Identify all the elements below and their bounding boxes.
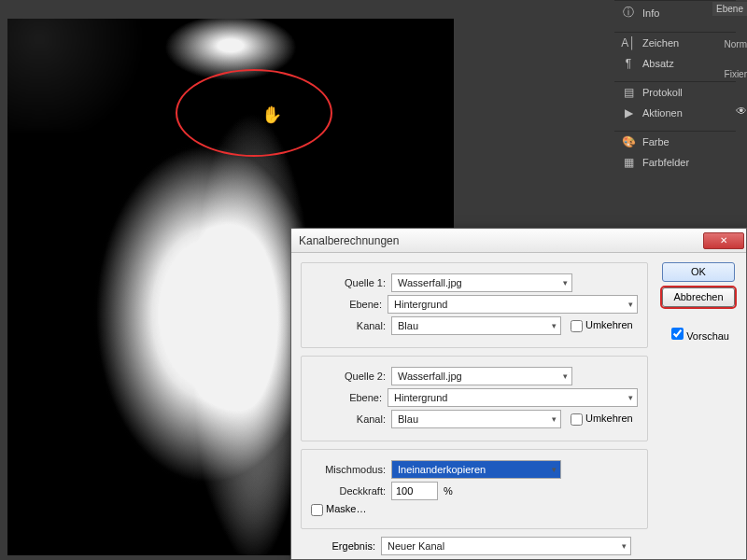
layer1-label: Ebene: xyxy=(311,299,382,310)
channel1-select[interactable]: Blau xyxy=(391,316,561,335)
opacity-input[interactable] xyxy=(391,482,438,500)
source2-group: Quelle 2: Wasserfall.jpg Ebene: Hintergr… xyxy=(301,356,648,441)
layer1-select[interactable]: Hintergrund xyxy=(388,295,638,314)
source2-label: Quelle 2: xyxy=(311,371,386,382)
invert2-checkbox[interactable]: Umkehren xyxy=(571,413,633,426)
channel1-label: Kanal: xyxy=(311,320,386,331)
blending-group: Mischmodus: Ineinanderkopieren Deckkraft… xyxy=(301,449,648,529)
panel-farbe[interactable]: 🎨 Farbe xyxy=(614,132,736,152)
swatches-icon: ▦ xyxy=(620,156,637,169)
panel-protokoll[interactable]: ▤ Protokoll xyxy=(614,82,736,103)
invert1-checkbox[interactable]: Umkehren xyxy=(571,319,633,332)
lock-label: Fixier xyxy=(725,69,747,79)
panel-aktionen[interactable]: ▶ Aktionen xyxy=(614,103,736,123)
blend-mode-label[interactable]: Norm xyxy=(725,39,747,49)
close-button[interactable]: ✕ xyxy=(703,232,744,249)
panel-label: Zeichen xyxy=(642,37,679,49)
visibility-eye-icon[interactable]: 👁 xyxy=(736,105,747,118)
side-panels: ⓘ Info A│ Zeichen ¶ Absatz ▤ Protokoll ▶… xyxy=(614,0,736,173)
channel2-label: Kanal: xyxy=(311,413,386,425)
panel-label: Farbe xyxy=(642,136,669,147)
panel-label: Absatz xyxy=(642,58,674,69)
source1-select[interactable]: Wasserfall.jpg xyxy=(391,273,572,292)
result-label: Ergebnis: xyxy=(304,540,375,552)
panel-absatz[interactable]: ¶ Absatz xyxy=(614,53,736,74)
color-icon: 🎨 xyxy=(620,135,637,148)
annotation-ellipse xyxy=(176,69,332,157)
source1-group: Quelle 1: Wasserfall.jpg Ebene: Hintergr… xyxy=(301,262,648,348)
channel2-select[interactable]: Blau xyxy=(391,410,561,428)
panel-label: Aktionen xyxy=(642,107,683,119)
paragraph-icon: ¶ xyxy=(620,57,637,70)
panel-label: Farbfelder xyxy=(642,157,689,168)
panel-label: Info xyxy=(642,7,659,19)
dialog-titlebar[interactable]: Kanalberechnungen ✕ xyxy=(291,229,746,253)
opacity-label: Deckkraft: xyxy=(311,485,386,497)
foliage-overlay xyxy=(7,19,157,131)
hand-cursor-icon: ✋ xyxy=(261,105,282,125)
dialog-title: Kanalberechnungen xyxy=(299,234,703,247)
layer2-label: Ebene: xyxy=(311,392,382,403)
source1-label: Quelle 1: xyxy=(311,277,386,288)
mask-checkbox[interactable]: Maske… xyxy=(311,503,366,516)
panel-label: Protokoll xyxy=(642,87,683,98)
blendmode-select[interactable]: Ineinanderkopieren xyxy=(391,460,561,479)
calculations-dialog: Kanalberechnungen ✕ Quelle 1: Wasserfall… xyxy=(290,228,747,560)
percent-label: % xyxy=(444,485,453,497)
panel-farbfelder[interactable]: ▦ Farbfelder xyxy=(614,152,736,173)
character-icon: A│ xyxy=(620,36,637,49)
blendmode-label: Mischmodus: xyxy=(311,464,386,475)
history-icon: ▤ xyxy=(620,86,637,99)
info-icon: ⓘ xyxy=(620,5,637,21)
cancel-button[interactable]: Abbrechen xyxy=(662,287,735,307)
actions-icon: ▶ xyxy=(620,106,637,119)
preview-checkbox[interactable]: Vorschau xyxy=(671,328,729,342)
source2-select[interactable]: Wasserfall.jpg xyxy=(391,367,572,385)
ok-button[interactable]: OK xyxy=(662,262,735,282)
layer2-select[interactable]: Hintergrund xyxy=(388,388,638,407)
layers-tab[interactable]: Ebene xyxy=(712,2,747,16)
result-row: Ergebnis: Neuer Kanal xyxy=(304,537,648,555)
result-select[interactable]: Neuer Kanal xyxy=(381,537,631,555)
panel-zeichen[interactable]: A│ Zeichen xyxy=(614,33,736,53)
dialog-buttons: OK Abbrechen xyxy=(662,262,735,313)
